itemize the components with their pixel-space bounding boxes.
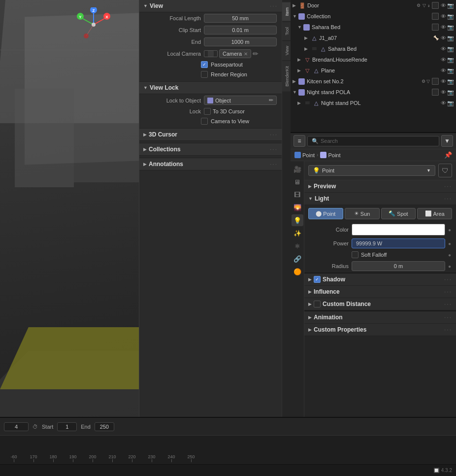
- outliner-item-sahara2[interactable]: ▶ 𝄘 △ Sahara Bed 👁 📷: [291, 43, 456, 54]
- local-camera-picker[interactable]: ✏: [253, 50, 259, 58]
- kitchen-check[interactable]: [432, 78, 439, 85]
- breadcrumb-pin[interactable]: 📌: [444, 151, 452, 159]
- outliner-item-brendan[interactable]: ▶ ▽ BrendanLHouseRende 👁 📷: [291, 54, 456, 65]
- local-camera-checkbox[interactable]: [204, 50, 218, 57]
- props-icon-view[interactable]: 🎞: [292, 189, 303, 201]
- passepartout-checkbox[interactable]: ✓: [201, 61, 208, 68]
- camera-to-view-check[interactable]: [201, 118, 208, 125]
- nightstand2-camera[interactable]: 📷: [447, 100, 454, 106]
- custom-distance-header[interactable]: ▶ Custom Distance ···: [304, 298, 456, 310]
- power-value[interactable]: 99999.9 W: [352, 238, 445, 248]
- local-camera-close[interactable]: ✕: [244, 51, 248, 57]
- current-frame-input[interactable]: 4: [4, 422, 29, 431]
- local-camera-value[interactable]: Camera ✕: [219, 49, 251, 58]
- props-icon-constraints[interactable]: 🔗: [292, 253, 303, 265]
- outliner-item-door[interactable]: ▶ 🚪 Door ⚙ ▽ ₂ 👁 📷: [291, 0, 456, 11]
- outliner-item-nightstand2[interactable]: ▶ 𝄘 △ Night stand POL 👁 📷: [291, 98, 456, 108]
- nightstand2-visibility[interactable]: 👁: [441, 100, 446, 106]
- sahara-visibility[interactable]: 👁: [441, 24, 446, 30]
- j1-camera[interactable]: 📷: [447, 35, 454, 41]
- area-btn-icon: ⬜: [425, 210, 432, 217]
- kitchen-camera[interactable]: 📷: [447, 78, 454, 85]
- outliner-item-sahara-bed[interactable]: ▼ Sahara Bed 👁 📷: [291, 22, 456, 33]
- light-type-spot[interactable]: 🔦 Spot: [381, 208, 416, 219]
- custom-props-header[interactable]: ▶ Custom Properties ···: [304, 324, 456, 336]
- view-section-header[interactable]: ▼ View ···: [139, 0, 282, 12]
- props-icon-render[interactable]: 🎥: [292, 163, 303, 175]
- sahara2-camera[interactable]: 📷: [447, 46, 454, 52]
- start-value[interactable]: 1: [57, 422, 77, 431]
- animation-header[interactable]: ▶ Animation ···: [304, 310, 456, 324]
- props-icon-scene[interactable]: 🌄: [292, 202, 303, 213]
- props-icon-particles[interactable]: ✨: [292, 227, 303, 239]
- lock-to-object-eyedropper[interactable]: ✏: [269, 97, 273, 103]
- collections-header[interactable]: ▶ Collections ···: [139, 143, 282, 156]
- light-type-area[interactable]: ⬜ Area: [417, 208, 452, 219]
- end-value[interactable]: 250: [95, 422, 114, 431]
- tab-blenderkit[interactable]: BlenderKit: [282, 61, 291, 92]
- outliner-item-plane[interactable]: ▶ ▽ △ Plane 👁 📷: [291, 65, 456, 76]
- lock-to-object-dropdown[interactable]: Object ✏: [204, 96, 277, 105]
- kitchen-visibility[interactable]: 👁: [441, 78, 446, 84]
- render-region-checkbox[interactable]: [201, 71, 208, 78]
- props-icon-physics[interactable]: ⚛: [292, 240, 303, 252]
- nightstand-visibility[interactable]: 👁: [441, 89, 446, 95]
- outliner-item-collection[interactable]: ▼ Collection 👁 📷: [291, 11, 456, 22]
- shadow-check[interactable]: ✓: [314, 276, 321, 283]
- outliner-item-nightstand[interactable]: ▼ Night stand POLA 👁 📷: [291, 87, 456, 98]
- props-icon-object-data[interactable]: 💡: [292, 214, 303, 226]
- custom-distance-check[interactable]: [314, 301, 321, 307]
- nightstand-camera[interactable]: 📷: [447, 89, 454, 96]
- search-box[interactable]: 🔍 Search: [307, 136, 439, 146]
- door-camera-icon[interactable]: 📷: [447, 2, 454, 9]
- collection-check[interactable]: [432, 13, 439, 20]
- annotations-header[interactable]: ▶ Annotations ···: [139, 158, 282, 170]
- props-icon-object[interactable]: 🟠: [292, 266, 303, 277]
- annotations-title: Annotations: [149, 161, 183, 168]
- door-visibility[interactable]: 👁: [441, 2, 446, 8]
- soft-falloff-check[interactable]: [352, 251, 358, 258]
- tab-item[interactable]: Item: [282, 2, 291, 21]
- color-swatch[interactable]: [352, 224, 445, 236]
- props-nav-back[interactable]: ≡: [293, 135, 305, 147]
- end-value[interactable]: 1000 m: [204, 37, 277, 46]
- door-check[interactable]: [432, 2, 439, 9]
- outliner-item-kitchen[interactable]: ▶ Kitcen set No.2 ⚙ ▽ 👁 📷: [291, 76, 456, 87]
- light-header[interactable]: ▼ Light ···: [304, 193, 456, 205]
- cursor-header[interactable]: ▶ 3D Cursor ···: [139, 128, 282, 141]
- j1-visibility[interactable]: 👁: [441, 35, 446, 41]
- radius-value[interactable]: 0 m: [352, 261, 445, 271]
- shield-button[interactable]: 🛡: [438, 164, 452, 177]
- viewport[interactable]: Z X Y + ✋: [0, 0, 291, 417]
- ruler-label-250: 250: [187, 454, 195, 459]
- light-type-point[interactable]: ⬤ Point: [308, 208, 343, 219]
- sahara2-name: Sahara Bed: [328, 46, 439, 52]
- tab-tool[interactable]: Tool: [282, 22, 291, 40]
- plane-visibility[interactable]: 👁: [441, 68, 446, 73]
- shadow-header[interactable]: ▶ ✓ Shadow ···: [304, 272, 456, 286]
- props-filter[interactable]: ▼: [441, 135, 453, 147]
- light-type-sun[interactable]: ☀ Sun: [345, 208, 380, 219]
- sahara2-visibility[interactable]: 👁: [441, 46, 446, 52]
- clip-start-value[interactable]: 0.01 m: [204, 26, 277, 34]
- focal-length-value[interactable]: 50 mm: [204, 14, 277, 23]
- preview-header[interactable]: ▶ Preview ···: [304, 180, 456, 193]
- nightstand-check[interactable]: [432, 89, 439, 96]
- brendan-visibility[interactable]: 👁: [441, 57, 446, 63]
- plane-camera[interactable]: 📷: [447, 68, 454, 74]
- render-region-label: Render Region: [211, 71, 247, 77]
- sahara-check[interactable]: [432, 24, 439, 31]
- view-lock-header[interactable]: ▼ View Lock: [139, 81, 282, 94]
- outliner-item-j1a07[interactable]: ▶ △ J1_a07 🦴 👁 📷: [291, 33, 456, 43]
- brendan-camera[interactable]: 📷: [447, 57, 454, 63]
- object-dropdown[interactable]: 💡 Point ▼: [308, 165, 435, 176]
- influence-header[interactable]: ▶ Influence ···: [304, 286, 456, 298]
- props-icon-output[interactable]: 🖥: [292, 176, 303, 188]
- to-3d-cursor-check[interactable]: [204, 108, 211, 115]
- axis-gizmo[interactable]: Z X Y: [76, 7, 111, 42]
- lock-row: Lock To 3D Cursor: [139, 106, 282, 116]
- sahara-camera[interactable]: 📷: [447, 24, 454, 31]
- collection-camera[interactable]: 📷: [447, 13, 454, 20]
- collection-visibility[interactable]: 👁: [441, 13, 446, 19]
- tab-view[interactable]: View: [282, 40, 291, 60]
